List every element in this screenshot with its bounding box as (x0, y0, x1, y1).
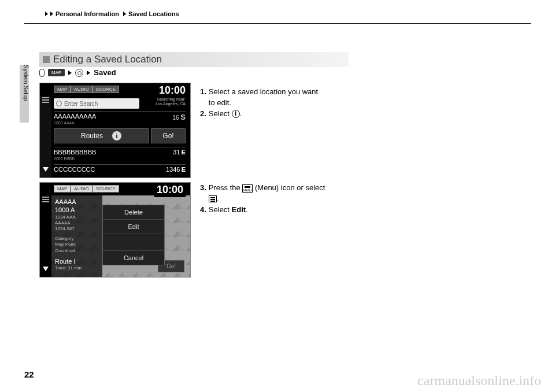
list-item-title: CCCCCCCCC (54, 166, 95, 173)
step-text: Select (209, 109, 232, 118)
detail-route-info: Route I (55, 257, 99, 265)
list-item-title: BBBBBBBBBB (54, 149, 96, 156)
step-text: . (217, 194, 219, 203)
instruction-block-2: 3. Press the (Menu) icon or select . 4. … (200, 183, 345, 216)
breadcrumb-a: Personal Information (56, 10, 119, 17)
step-text: Select a saved location you want (209, 87, 318, 96)
step-2: 2. Select i. (200, 109, 345, 120)
step-text: (Menu) icon or select (253, 183, 325, 192)
screenshot-edit-popup: MAP AUDIO SOURCE 10:00 AAAAA 1000 A 1234… (39, 182, 191, 278)
scroll-down-icon[interactable] (43, 167, 49, 172)
map-button-icon: MAP (48, 69, 65, 76)
routes-button[interactable]: Routes i (54, 128, 149, 143)
caret-icon (123, 12, 126, 16)
clock: 10:00 (154, 184, 186, 197)
tab-audio[interactable]: AUDIO (71, 86, 92, 93)
step-text: . (240, 109, 242, 118)
caret-icon (68, 71, 72, 75)
step-text-bold: Edit (232, 205, 246, 214)
menu-item-delete[interactable]: Delete (103, 205, 164, 220)
breadcrumb: Personal Information Saved Locations (45, 10, 179, 17)
search-placeholder: Enter Search (64, 101, 98, 107)
list-item-distance: 16 S (172, 113, 186, 121)
detail-title: AAAAA (55, 198, 99, 206)
clock: 10:00 (159, 84, 186, 97)
hamburger-icon (209, 195, 217, 202)
detail-addr: 1000 A (55, 206, 99, 214)
list-item-subtitle: 2000 BBBB (54, 157, 75, 161)
detail-label-coord: Coordinat (55, 248, 99, 254)
step-text: Select (209, 205, 232, 214)
caret-icon (50, 12, 53, 16)
step-3: 3. Press the (Menu) icon or select . (200, 183, 345, 205)
nav-path: MAP Saved (39, 68, 116, 77)
detail-time: Time: 31 min (55, 265, 99, 271)
section-heading: Editing a Saved Location (39, 52, 349, 67)
breadcrumb-b: Saved Locations (128, 10, 179, 17)
hamburger-icon[interactable] (42, 99, 49, 101)
list-item-subtitle: 1000 AAAA (54, 121, 75, 125)
list-item-title: AAAAAAAAAA (54, 113, 96, 121)
detail-panel: AAAAA 1000 A 1234 AAA AAAAA 1234-567 Cat… (51, 195, 102, 277)
step-4: 4. Select Edit. (200, 205, 345, 216)
tab-audio[interactable]: AUDIO (71, 185, 92, 193)
info-icon[interactable]: i (112, 131, 121, 140)
action-bar: Routes i Go! (54, 128, 186, 143)
tab-map[interactable]: MAP (54, 86, 71, 93)
routes-label: Routes (81, 132, 103, 140)
search-context-line1: Searching near: (156, 97, 186, 102)
step-number: 1. (200, 87, 206, 109)
nav-path-saved: Saved (94, 68, 116, 77)
step-number: 3. (200, 183, 206, 205)
tab-map[interactable]: MAP (54, 185, 71, 193)
search-context-line2: Los Angeles, CA (156, 102, 186, 106)
tab-source[interactable]: SOURCE (92, 185, 119, 193)
section-tab: System Setup (20, 65, 29, 123)
caret-icon (45, 12, 48, 16)
list-item[interactable]: CCCCCCCCC 1346 E (54, 164, 186, 173)
step-number: 4. (200, 205, 206, 216)
screenshot-search-list: MAP AUDIO SOURCE 10:00 Enter Search Sear… (39, 83, 191, 178)
detail-line: 1234-567 (55, 226, 99, 232)
top-tabs: MAP AUDIO SOURCE (54, 185, 119, 193)
step-text: to edit. (209, 98, 231, 107)
search-icon (56, 101, 62, 106)
step-number: 2. (200, 109, 206, 120)
section-tab-label: System Setup (23, 65, 29, 101)
caret-icon (87, 71, 90, 75)
info-icon: i (232, 110, 240, 118)
list-item[interactable]: BBBBBBBBBB 31 E 2000 BBBB (54, 147, 186, 156)
left-rail (40, 96, 51, 177)
menu-hardkey-icon (242, 184, 253, 193)
instruction-block-1: 1. Select a saved location you want to e… (200, 87, 345, 120)
search-context: Searching near: Los Angeles, CA (156, 97, 186, 107)
go-button[interactable]: Go! (151, 128, 186, 143)
watermark: carmanualsonline.info (417, 373, 541, 389)
detail-label-category: Category (55, 236, 99, 242)
menu-item-edit[interactable]: Edit (103, 220, 164, 234)
divider (24, 23, 531, 24)
top-tabs: MAP AUDIO SOURCE (54, 86, 119, 93)
hamburger-icon[interactable] (42, 199, 49, 200)
detail-line: 1234 AAA (55, 215, 99, 220)
detail-label-mappoint: Map Point (55, 242, 99, 247)
step-text: Press the (209, 183, 243, 192)
context-menu: Delete Edit Cancel (102, 205, 165, 265)
section-heading-text: Editing a Saved Location (53, 54, 162, 65)
step-text: . (246, 205, 248, 214)
step-1: 1. Select a saved location you want to e… (200, 87, 345, 109)
page-number: 22 (24, 369, 34, 379)
list-item-distance: 1346 E (166, 166, 186, 173)
left-rail (40, 195, 51, 277)
voice-icon (39, 69, 45, 77)
square-bullet-icon (43, 56, 50, 63)
search-input[interactable]: Enter Search (54, 98, 139, 109)
search-icon (75, 69, 83, 77)
menu-item-cancel[interactable]: Cancel (103, 250, 164, 265)
detail-line: AAAAA (55, 220, 99, 226)
list-item-distance: 31 E (173, 149, 186, 156)
list-item[interactable]: AAAAAAAAAA 16 S 1000 AAAA (54, 111, 186, 121)
scroll-down-icon[interactable] (43, 267, 49, 271)
tab-source[interactable]: SOURCE (92, 86, 119, 93)
